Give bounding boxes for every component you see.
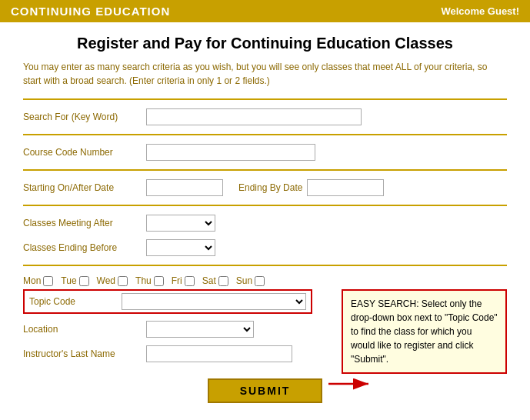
submit-button[interactable]: SUBMIT: [208, 378, 323, 403]
day-sat: Sat: [202, 275, 228, 286]
search-for-input[interactable]: [146, 108, 362, 125]
arrow-icon: [328, 372, 375, 395]
divider-3: [23, 169, 507, 171]
ending-date-label: Ending By Date: [238, 182, 302, 193]
day-fri-checkbox[interactable]: [185, 276, 195, 286]
location-select[interactable]: [146, 321, 254, 338]
topic-code-row: Topic Code: [23, 289, 312, 314]
topic-code-label: Topic Code: [29, 296, 122, 307]
main-content: Register and Pay for Continuing Educatio…: [0, 22, 530, 418]
day-thu-checkbox[interactable]: [154, 276, 164, 286]
day-sun: Sun: [236, 275, 265, 286]
day-wed-label: Wed: [97, 275, 115, 286]
meeting-after-select[interactable]: 6:00 AM 7:00 AM 8:00 AM 9:00 AM 10:00 AM…: [146, 215, 215, 232]
starting-date-label: Starting On/After Date: [23, 182, 146, 193]
app-container: Continuing Education Welcome Guest! Regi…: [0, 0, 530, 418]
course-code-row: Course Code Number: [23, 140, 507, 165]
day-wed-checkbox[interactable]: [118, 276, 128, 286]
lower-section: Topic Code Location Instructor's Last Na…: [23, 289, 507, 366]
day-mon: Mon: [23, 275, 53, 286]
course-code-label: Course Code Number: [23, 147, 146, 158]
days-row: Mon Tue Wed Thu Fri Sat: [23, 271, 507, 289]
day-fri-label: Fri: [172, 275, 182, 286]
search-for-label: Search For (Key Word): [23, 112, 146, 122]
divider-2: [23, 134, 507, 135]
day-fri: Fri: [172, 275, 195, 286]
app-title: Continuing Education: [11, 5, 170, 18]
ending-date-input[interactable]: [307, 179, 384, 196]
day-wed: Wed: [97, 275, 128, 286]
day-thu: Thu: [135, 275, 164, 286]
instructor-input[interactable]: [146, 345, 292, 362]
page-title: Register and Pay for Continuing Educatio…: [23, 35, 507, 52]
divider-5: [23, 265, 507, 266]
instructor-label: Instructor's Last Name: [23, 348, 146, 359]
header: Continuing Education Welcome Guest!: [0, 0, 530, 22]
day-tue: Tue: [61, 275, 88, 286]
ending-before-select[interactable]: 6:00 AM 7:00 AM 8:00 AM 9:00 AM 10:00 AM…: [146, 239, 215, 256]
course-code-input[interactable]: [146, 144, 315, 161]
starting-date-input[interactable]: [146, 179, 223, 196]
day-tue-label: Tue: [61, 275, 76, 286]
day-sun-checkbox[interactable]: [255, 276, 265, 286]
date-row: Starting On/After Date Ending By Date: [23, 175, 507, 200]
day-sat-label: Sat: [202, 275, 216, 286]
ending-before-row: Classes Ending Before 6:00 AM 7:00 AM 8:…: [23, 235, 507, 260]
location-label: Location: [23, 324, 146, 335]
search-for-row: Search For (Key Word): [23, 105, 507, 129]
topic-code-select[interactable]: [122, 293, 306, 310]
divider-4: [23, 205, 507, 206]
ending-before-label: Classes Ending Before: [23, 242, 146, 253]
day-mon-label: Mon: [23, 275, 41, 286]
welcome-text: Welcome Guest!: [441, 5, 519, 17]
submit-area: SUBMIT: [23, 378, 507, 403]
divider-1: [23, 98, 507, 100]
day-tue-checkbox[interactable]: [79, 276, 89, 286]
day-thu-label: Thu: [135, 275, 152, 286]
day-sat-checkbox[interactable]: [218, 276, 228, 286]
tooltip-box: EASY SEARCH: Select only the drop-down b…: [342, 289, 507, 374]
info-text: You may enter as many search criteria as…: [23, 60, 507, 88]
arrow-container: [328, 372, 375, 395]
day-sun-label: Sun: [236, 275, 252, 286]
meeting-after-label: Classes Meeting After: [23, 218, 146, 228]
day-mon-checkbox[interactable]: [43, 276, 53, 286]
meeting-after-row: Classes Meeting After 6:00 AM 7:00 AM 8:…: [23, 211, 507, 235]
tooltip-text: EASY SEARCH: Select only the drop-down b…: [351, 298, 498, 365]
